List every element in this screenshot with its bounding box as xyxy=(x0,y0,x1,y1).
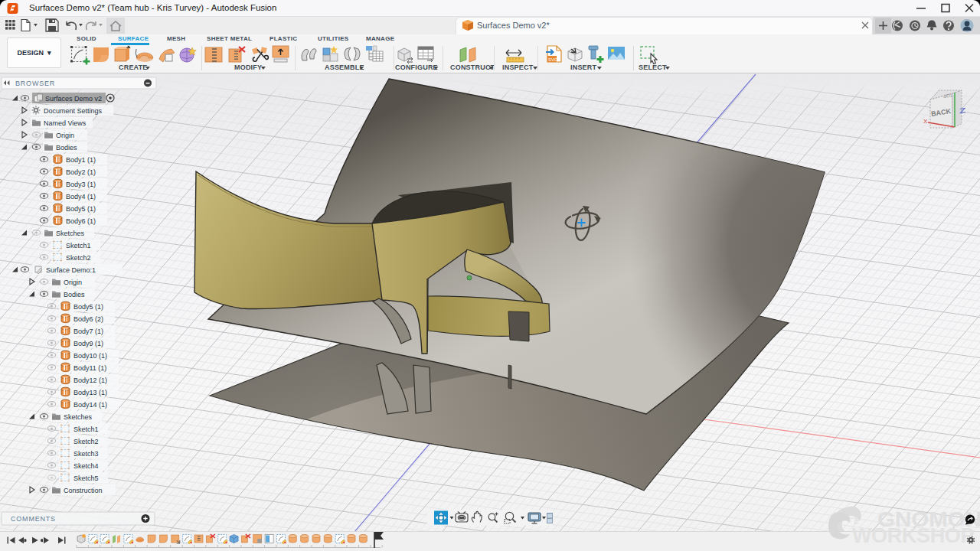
svg-text:Body10 (1): Body10 (1) xyxy=(74,352,107,360)
svg-text:WORKSHOP: WORKSHOP xyxy=(852,524,975,547)
svg-text:Surfaces Demo v2: Surfaces Demo v2 xyxy=(45,95,102,103)
svg-text:Sketch4: Sketch4 xyxy=(74,462,99,470)
svg-text:CONFIGURE: CONFIGURE xyxy=(395,64,438,71)
svg-text:SVG: SVG xyxy=(548,57,558,62)
svg-text:Sketch1: Sketch1 xyxy=(66,242,91,249)
svg-text:X: X xyxy=(923,118,928,125)
svg-text:Surfaces Demo v2*: Surfaces Demo v2* xyxy=(477,21,550,30)
svg-text:Body4 (1): Body4 (1) xyxy=(66,193,96,201)
svg-text:Body6 (2): Body6 (2) xyxy=(74,315,103,323)
svg-text:Named Views: Named Views xyxy=(44,119,87,127)
svg-text:Body13 (1): Body13 (1) xyxy=(74,389,107,396)
svg-text:Body2 (1): Body2 (1) xyxy=(66,168,96,176)
svg-text:Body6 (1): Body6 (1) xyxy=(66,217,96,225)
svg-text:Bodies: Bodies xyxy=(56,144,77,152)
svg-text:Body7 (1): Body7 (1) xyxy=(74,328,103,335)
svg-text:Body14 (1): Body14 (1) xyxy=(74,401,107,409)
svg-text:COMMENTS: COMMENTS xyxy=(11,515,56,523)
svg-text:Sketch3: Sketch3 xyxy=(74,450,99,458)
svg-text:Body1 (1): Body1 (1) xyxy=(66,156,96,164)
svg-text:Body9 (1): Body9 (1) xyxy=(74,340,103,347)
svg-text:Origin: Origin xyxy=(56,132,74,139)
svg-text:Bodies: Bodies xyxy=(64,291,85,298)
svg-text:Body11 (1): Body11 (1) xyxy=(74,364,106,372)
svg-text:Construction: Construction xyxy=(64,487,103,494)
svg-text:INSERT: INSERT xyxy=(570,64,597,71)
svg-text:Surface Demo:1: Surface Demo:1 xyxy=(46,266,96,274)
svg-text:Sketches: Sketches xyxy=(56,230,85,237)
svg-text:Sketch5: Sketch5 xyxy=(74,474,99,482)
svg-text:Document Settings: Document Settings xyxy=(44,107,103,115)
svg-text:Sketch1: Sketch1 xyxy=(74,425,99,433)
svg-text:Body5 (1): Body5 (1) xyxy=(66,205,96,213)
svg-text:INSPECT: INSPECT xyxy=(502,64,534,71)
svg-text:MODIFY: MODIFY xyxy=(234,64,262,71)
svg-text:Sketch2: Sketch2 xyxy=(74,438,99,445)
svg-text:Body3 (1): Body3 (1) xyxy=(66,181,96,188)
svg-text:CONSTRUCT: CONSTRUCT xyxy=(450,64,495,71)
svg-text:Body5 (1): Body5 (1) xyxy=(74,303,103,311)
svg-text:BROWSER: BROWSER xyxy=(15,80,55,87)
svg-text:Sketches: Sketches xyxy=(64,413,93,421)
svg-text:SELECT: SELECT xyxy=(639,64,667,71)
svg-text:CREATE: CREATE xyxy=(119,64,148,71)
svg-text:Body12 (1): Body12 (1) xyxy=(74,377,107,384)
svg-text:Origin: Origin xyxy=(64,279,82,286)
svg-text:ASSEMBLE: ASSEMBLE xyxy=(325,64,364,71)
svg-text:Sketch2: Sketch2 xyxy=(66,254,91,262)
